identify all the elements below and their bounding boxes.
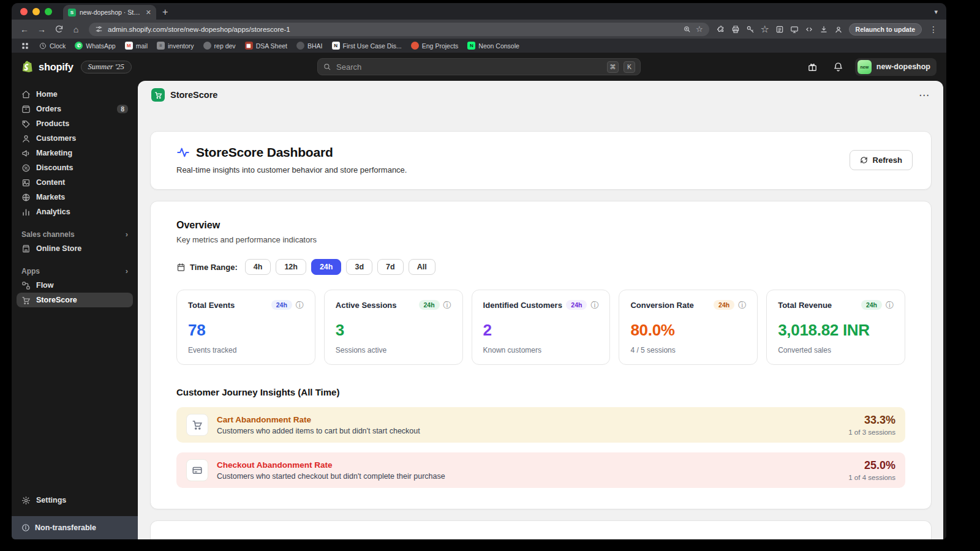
tab-search-chevron-icon[interactable]: ▾ [934,8,938,16]
time-range-all[interactable]: All [409,259,435,275]
insights-heading: Customer Journey Insights (All Time) [176,387,905,397]
sidebar-item-products[interactable]: Products [17,116,133,131]
bookmark-rep-dev[interactable]: rep dev [203,42,236,50]
metric-card-active-sessions: Active Sessions 24h ⓘ 3 Sessions active [324,290,463,365]
bookmark-clock[interactable]: Clock [39,42,66,50]
time-range-12h[interactable]: 12h [276,259,306,275]
notes-extension-icon[interactable] [773,23,786,36]
sidebar-item-marketing[interactable]: Marketing [17,146,133,160]
bookmark-whatsapp[interactable]: ✆ WhatsApp [75,42,115,50]
store-menu[interactable]: new new-dopeshop [855,58,937,76]
time-range-3d[interactable]: 3d [346,259,372,275]
window-minimize-button[interactable] [32,8,40,15]
bookmark-inventory[interactable]: ≡ inventory [157,42,194,50]
sidebar-item-orders[interactable]: Orders 8 [17,102,133,116]
window-close-button[interactable] [20,8,28,15]
search-icon [323,62,331,71]
products-tag-icon [21,119,31,129]
sidebar-item-storescore[interactable]: StoreScore [17,293,133,307]
non-transferable-banner[interactable]: Non-transferable [12,516,138,539]
downloads-icon[interactable] [817,23,831,36]
apps-grid-icon[interactable] [20,39,30,53]
apps-section[interactable]: Apps › [17,264,133,278]
page-title: StoreScore [170,90,217,100]
browser-menu-kebab-icon[interactable]: ⋮ [925,21,941,37]
info-icon[interactable]: ⓘ [886,301,894,309]
bookmark-dsa-sheet[interactable]: ▦ DSA Sheet [245,42,287,50]
code-extension-icon[interactable] [802,23,816,36]
zoom-icon[interactable] [683,25,691,33]
window-zoom-button[interactable] [45,8,52,15]
chevron-right-icon: › [126,230,128,239]
forward-button[interactable]: → [34,21,50,37]
sidebar-item-settings[interactable]: Settings [17,493,133,508]
relaunch-to-update-button[interactable]: Relaunch to update [849,23,922,36]
shopify-wordmark: shopify [39,61,74,73]
reload-icon [55,24,64,34]
info-icon[interactable]: ⓘ [296,301,304,309]
info-icon[interactable]: ⓘ [443,301,451,309]
address-bar[interactable]: ☆ [89,23,709,36]
tab-close-icon[interactable]: ✕ [146,9,151,17]
store-avatar: new [858,60,872,74]
window-controls [20,3,52,20]
insight-cart-abandonment: Cart Abandonment Rate Customers who adde… [176,407,905,443]
extensions-puzzle-icon[interactable] [714,23,728,36]
key-extension-icon[interactable] [744,23,757,36]
profile-icon[interactable] [832,23,845,36]
bookmark-first-use-case[interactable]: N First Use Case Dis... [332,42,402,50]
dsa-sheet-icon: ▦ [245,42,253,50]
info-icon[interactable]: ⓘ [590,301,598,309]
gift-icon [807,62,818,72]
metric-card-total-revenue: Total Revenue 24h ⓘ 3,018.82 INR Convert… [766,290,905,365]
time-range-4h[interactable]: 4h [245,259,271,275]
metric-value: 80.0% [630,321,746,340]
discounts-icon [21,163,31,173]
sidebar-item-markets[interactable]: Markets [17,190,133,204]
gmail-icon: M [125,42,133,50]
time-range-24h[interactable]: 24h [311,259,342,275]
app-header: StoreScore ⋯ [138,81,943,109]
display-extension-icon[interactable] [788,23,801,36]
bookmark-neon-console[interactable]: N Neon Console [467,42,519,50]
credit-card-icon [186,459,208,481]
sidebar-item-content[interactable]: Content [17,175,133,190]
site-settings-icon [95,25,103,33]
shopify-logo[interactable]: shopify [21,60,74,73]
time-range-7d[interactable]: 7d [377,259,404,275]
printer-extension-icon[interactable] [729,23,742,36]
reload-button[interactable] [51,21,67,37]
sidebar-item-customers[interactable]: Customers [17,131,133,146]
new-tab-button[interactable]: + [162,7,168,18]
bookmark-bhai[interactable]: BHAI [296,42,323,50]
sidebar-item-analytics[interactable]: Analytics [17,204,133,219]
back-button[interactable]: ← [17,21,32,37]
bhai-icon [296,42,304,50]
search-input[interactable] [336,62,602,72]
browser-window: S new-dopeshop · StoreScore ✕ + ▾ ← → ⌂ … [12,3,946,539]
bookmark-star-icon[interactable]: ☆ [696,24,703,34]
sidebar-item-online-store[interactable]: Online Store [17,241,133,256]
online-store-icon [21,244,31,253]
refresh-button[interactable]: Refresh [850,150,913,170]
star-extension-icon[interactable]: ☆ [758,23,772,36]
browser-tab[interactable]: S new-dopeshop · StoreScore ✕ [63,5,156,20]
page-actions-kebab-icon[interactable]: ⋯ [919,89,930,102]
home-button[interactable]: ⌂ [68,21,84,37]
admin-gift-button[interactable] [804,58,822,76]
global-search[interactable]: ⌘ K [317,58,641,75]
url-input[interactable] [108,26,678,33]
bookmark-eng-projects[interactable]: Eng Projects [411,42,459,50]
bookmarks-bar: Clock ✆ WhatsApp M mail ≡ inventory rep … [12,39,946,53]
bookmark-mail[interactable]: M mail [125,42,148,50]
eng-projects-icon [411,42,419,50]
sidebar-item-home[interactable]: Home [17,87,133,102]
edition-badge[interactable]: Summer '25 [81,61,132,73]
period-badge: 24h [566,300,587,310]
metric-card-identified-customers: Identified Customers 24h ⓘ 2 Known custo… [472,290,611,365]
info-icon[interactable]: ⓘ [738,301,746,309]
notifications-button[interactable] [829,58,848,76]
sidebar-item-flow[interactable]: Flow [17,278,133,293]
sales-channels-section[interactable]: Sales channels › [17,227,133,241]
sidebar-item-discounts[interactable]: Discounts [17,160,133,175]
